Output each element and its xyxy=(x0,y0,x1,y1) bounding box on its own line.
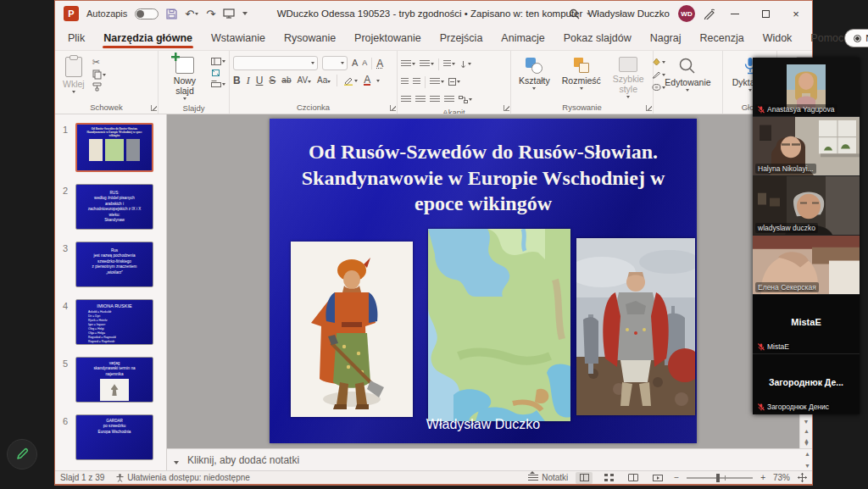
font-size-select[interactable] xyxy=(322,56,348,70)
notes-scroll-down-icon[interactable]: ▼ xyxy=(804,463,810,469)
shrink-font-button[interactable]: A xyxy=(362,59,367,67)
slide-thumbnail-1[interactable]: Od Rusów-Szwedów do Rusów-Słowian. Skand… xyxy=(75,123,153,172)
czcionka-dialog-launcher-icon[interactable] xyxy=(390,105,396,111)
align-center-icon[interactable] xyxy=(415,96,426,103)
slide-thumbnail-3[interactable]: Rus jest nazwą pochodzenia szwedzko-fińs… xyxy=(75,242,153,287)
bullets-icon[interactable] xyxy=(401,60,415,68)
zoom-in-button[interactable]: + xyxy=(760,473,765,482)
undo-dropdown-icon[interactable] xyxy=(195,13,198,15)
paste-button[interactable]: Wklej xyxy=(58,54,89,96)
tab-narzedzia-glowne[interactable]: Narzędzia główne xyxy=(103,28,193,48)
zoom-slider[interactable] xyxy=(687,477,753,479)
participant-tile-elena[interactable]: Елена Секерская xyxy=(753,236,860,295)
annotation-pencil-button[interactable] xyxy=(7,439,37,470)
zoom-out-button[interactable]: − xyxy=(674,473,679,482)
underline-button[interactable]: U xyxy=(256,75,264,86)
character-spacing-button[interactable]: AV xyxy=(297,76,311,85)
tab-nagraj[interactable]: Nagraj xyxy=(649,28,682,48)
strikethrough-button[interactable]: S xyxy=(269,75,275,86)
ink-pen-icon[interactable] xyxy=(704,8,715,19)
align-text-icon[interactable] xyxy=(448,78,460,86)
tab-animacje[interactable]: Animacje xyxy=(500,28,545,48)
tab-pomoc[interactable]: Pomoc xyxy=(810,28,844,48)
highlight-color-button[interactable] xyxy=(343,76,358,86)
undo-icon[interactable]: ↶ xyxy=(185,8,198,19)
font-color-button[interactable]: A xyxy=(364,75,370,86)
decrease-indent-icon[interactable] xyxy=(401,78,409,86)
tab-rysowanie[interactable]: Rysowanie xyxy=(283,28,337,48)
new-slide-button[interactable]: Nowy slajd xyxy=(162,54,208,103)
minimize-button[interactable] xyxy=(724,4,746,23)
smartart-convert-icon[interactable] xyxy=(459,96,472,103)
tab-plik[interactable]: Plik xyxy=(67,28,86,48)
font-name-select[interactable] xyxy=(233,56,318,70)
toolbar-overflow-icon[interactable] xyxy=(242,12,248,15)
rysowanie-dialog-launcher-icon[interactable] xyxy=(646,105,652,111)
italic-button[interactable]: I xyxy=(247,75,250,86)
tab-pokaz-slajdow[interactable]: Pokaz slajdów xyxy=(563,28,632,48)
clear-formatting-button[interactable]: A xyxy=(376,58,383,69)
slide-thumbnail-5[interactable]: varjag skandynawski termin na najemnika xyxy=(75,357,153,403)
maximize-button[interactable] xyxy=(754,4,776,23)
align-left-icon[interactable] xyxy=(401,96,411,103)
tab-wstawianie[interactable]: Wstawianie xyxy=(210,28,266,48)
record-button[interactable]: Nagraj xyxy=(844,29,868,47)
normal-view-button[interactable] xyxy=(576,472,593,484)
tab-projektowanie[interactable]: Projektowanie xyxy=(353,28,422,48)
slide-title-textbox[interactable]: Od Rusów-Szwedów do Rusów-Słowian. Skand… xyxy=(288,139,678,217)
copy-icon[interactable] xyxy=(92,69,106,80)
accessibility-status[interactable]: Ułatwienia dostępu: niedostępne xyxy=(116,473,250,482)
notes-scroll-up-icon[interactable]: ▲ xyxy=(804,451,810,457)
reset-slide-icon[interactable] xyxy=(211,69,225,77)
notes-placeholder[interactable]: Kliknij, aby dodać notatki xyxy=(187,454,299,466)
cut-icon[interactable]: ✂ xyxy=(92,58,106,67)
start-slideshow-icon[interactable] xyxy=(223,8,235,19)
close-button[interactable]: × xyxy=(785,4,807,23)
notes-collapse-icon[interactable] xyxy=(174,453,179,468)
bold-button[interactable]: B xyxy=(233,75,241,86)
change-case-button[interactable]: Aa xyxy=(317,76,331,85)
section-icon[interactable] xyxy=(211,81,225,87)
align-right-icon[interactable] xyxy=(430,96,440,103)
reading-view-button[interactable] xyxy=(625,472,642,484)
participant-tile-mistae[interactable]: MistaE MistaE xyxy=(753,295,860,354)
format-painter-icon[interactable] xyxy=(92,82,106,92)
slide-image-battle-warrior[interactable] xyxy=(576,238,695,415)
text-direction-icon[interactable] xyxy=(459,60,471,69)
arrange-button[interactable]: Rozmieść xyxy=(558,54,605,92)
quick-styles-button[interactable]: Szybkie style xyxy=(609,54,648,101)
user-avatar[interactable]: WD xyxy=(678,5,695,22)
participant-tile-halyna[interactable]: Halyna Nikolayi... xyxy=(753,117,860,176)
slide-image-map[interactable] xyxy=(428,229,570,421)
grow-font-button[interactable]: A xyxy=(352,58,358,68)
slide-layout-icon[interactable] xyxy=(211,58,225,65)
next-slide-button[interactable]: ▼▼ xyxy=(802,439,811,448)
slide-sorter-view-button[interactable] xyxy=(600,472,617,484)
numbering-icon[interactable] xyxy=(420,60,434,68)
tab-recenzja[interactable]: Recenzja xyxy=(699,28,745,48)
fit-slide-button[interactable] xyxy=(798,473,807,482)
text-shadow-button[interactable]: ab xyxy=(281,76,291,85)
previous-slide-button[interactable]: ▲▲ xyxy=(802,426,811,436)
current-slide[interactable]: Od Rusów-Szwedów do Rusów-Słowian. Skand… xyxy=(270,119,697,443)
slideshow-view-button[interactable] xyxy=(649,472,666,484)
justify-icon[interactable] xyxy=(444,96,454,103)
schowek-dialog-launcher-icon[interactable] xyxy=(151,105,157,111)
scroll-down-icon[interactable]: ▼ xyxy=(802,417,811,426)
user-name[interactable]: Władysław Duczko xyxy=(588,8,670,19)
title-dropdown-icon[interactable] xyxy=(587,13,590,15)
autosave-toggle[interactable] xyxy=(135,8,159,19)
akapit-dialog-launcher-icon[interactable] xyxy=(504,105,509,111)
tab-widok[interactable]: Widok xyxy=(762,28,793,48)
notes-toggle-button[interactable]: Notatki xyxy=(528,473,568,482)
participant-tile-zagorodniuk[interactable]: Загороднюк Де... Загороднюк Денис xyxy=(753,354,860,414)
columns-icon[interactable] xyxy=(430,78,444,86)
slide-thumbnail-6[interactable]: GARDAR po szwedzku Europa Wschodnia xyxy=(75,414,153,460)
slide-image-rus-warrior[interactable] xyxy=(291,242,413,417)
slide-thumbnail-4[interactable]: IMIONA RUSKIE Askold = Haskuldr Dir = Dy… xyxy=(75,299,153,345)
redo-icon[interactable]: ↷ xyxy=(206,8,215,19)
zoom-level[interactable]: 73% xyxy=(773,473,790,482)
tab-przejscia[interactable]: Przejścia xyxy=(439,28,484,48)
line-spacing-icon[interactable] xyxy=(443,60,455,68)
zoom-slider-thumb[interactable] xyxy=(716,474,720,482)
